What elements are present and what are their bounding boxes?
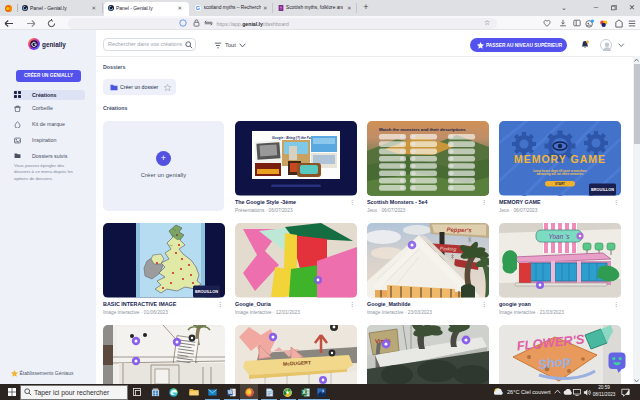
svg-text:MEMORY GAME: MEMORY GAME xyxy=(514,153,606,165)
svg-text:Pepper's: Pepper's xyxy=(446,227,472,234)
svg-text:BROUILLON: BROUILLON xyxy=(195,289,218,294)
svg-text:Yoan 's: Yoan 's xyxy=(548,233,570,240)
svg-text:Match the monsters and their d: Match the monsters and their description… xyxy=(379,127,466,132)
svg-text:W: W xyxy=(227,390,232,395)
svg-text:BROUILLON: BROUILLON xyxy=(591,187,614,192)
svg-text:X: X xyxy=(302,389,306,395)
svg-text:advancing will not share memor: advancing will not share memories xyxy=(537,172,584,176)
svg-text:Parking: Parking xyxy=(440,246,457,252)
svg-text:START: START xyxy=(555,182,565,186)
